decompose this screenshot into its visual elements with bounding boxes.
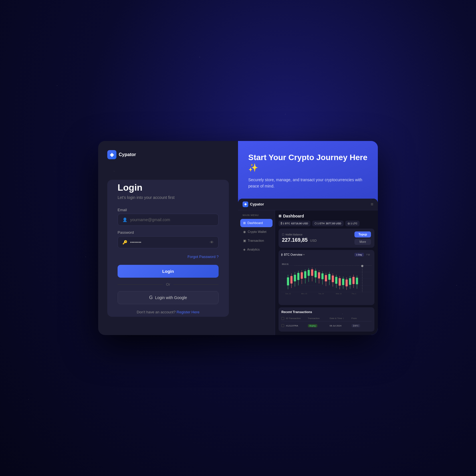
btc-price: 63719,90 USD xyxy=(291,222,308,225)
sidebar-item-dashboard[interactable]: ⊞ Dashboard xyxy=(240,219,273,227)
table-row: #12123TRA Buying 08 Jul 2024 ₿ BTC xyxy=(281,322,372,329)
dashboard-title: Dashboard xyxy=(283,214,304,218)
login-form: Login Let's login into your account firs… xyxy=(107,180,229,317)
brand-logo: ◈ Cypator xyxy=(107,150,229,159)
btc-chart-icon: ₿ xyxy=(281,253,283,256)
wallet-left: ☐ Wallet Balance 227.169,85 USD xyxy=(282,233,317,243)
sidebar-transaction-label: Transaction xyxy=(248,239,264,242)
svg-rect-10 xyxy=(291,276,293,283)
svg-rect-20 xyxy=(308,270,310,276)
wallet-amount: 227.169,85 xyxy=(282,237,308,243)
more-button[interactable]: More xyxy=(354,239,371,245)
svg-rect-30 xyxy=(325,275,327,281)
transaction-id: #12123TRA xyxy=(286,324,306,327)
svg-rect-12 xyxy=(294,275,296,281)
eth-label: ⬡ 1 ETH xyxy=(314,222,325,225)
chart-1day-btn[interactable]: 1 Day xyxy=(354,253,364,257)
google-button-label: Login with Google xyxy=(155,295,187,300)
buying-badge: Buying xyxy=(308,324,317,327)
chart-period-buttons: 1 Day 7 D xyxy=(354,253,372,257)
svg-rect-24 xyxy=(314,271,316,277)
svg-rect-48 xyxy=(356,277,358,284)
table-header: ID Transaction Transaction Date & Time ↕… xyxy=(281,316,372,321)
ticker-row: ₿ 1 BTC 63719,90 USD ⬡ 1 ETH 3077,93 USD… xyxy=(279,221,374,226)
brand-name: Cypator xyxy=(119,152,136,157)
transactions-title: Recent Transactions xyxy=(281,310,372,314)
login-button[interactable]: Login xyxy=(118,265,219,278)
th-from: From xyxy=(352,317,372,320)
svg-rect-26 xyxy=(318,272,320,278)
svg-text:6612.31: 6612.31 xyxy=(282,263,289,265)
hamburger-icon[interactable]: ≡ xyxy=(371,202,373,207)
google-icon: G xyxy=(149,295,153,300)
topup-button[interactable]: Topup xyxy=(354,231,371,237)
transaction-from: ₿ BTC xyxy=(352,324,372,327)
main-container: ◈ Cypator Login Let's login into your ac… xyxy=(98,141,378,335)
sidebar-item-analytics[interactable]: ◈ Analytics xyxy=(240,245,273,254)
select-all-checkbox[interactable] xyxy=(281,317,284,320)
hero-section: Start Your Crypto Journey Here ✨ Securel… xyxy=(238,141,378,199)
sidebar-item-crypto-wallet[interactable]: ◉ Crypto Wallet xyxy=(240,228,273,236)
sidebar-item-transaction[interactable]: ▣ Transaction xyxy=(240,237,273,245)
wallet-currency: USD xyxy=(310,239,317,242)
ltc-ticker: ◎ 1 LTC xyxy=(345,221,360,226)
svg-text:Tue, 14: Tue, 14 xyxy=(318,293,324,294)
divider-left xyxy=(118,284,163,285)
transaction-date: 08 Jul 2024 xyxy=(330,324,350,327)
coin-badge: ₿ BTC xyxy=(352,324,360,327)
svg-text:Sun, 12: Sun, 12 xyxy=(285,293,291,294)
mockup-main-content: ⊞ Dashboard ₿ 1 BTC 63719,90 USD ⬡ 1 ETH… xyxy=(275,210,378,335)
dashboard-panel: Start Your Crypto Journey Here ✨ Securel… xyxy=(238,141,378,335)
chart-header: ₿ BTC Overview ▾ 1 Day 7 D xyxy=(281,253,372,257)
register-text: Don't have an account? Register Here xyxy=(118,310,219,314)
register-link[interactable]: Register Here xyxy=(177,310,199,314)
login-title: Login xyxy=(118,182,219,193)
sidebar-dashboard-label: Dashboard xyxy=(247,221,263,225)
divider-right xyxy=(174,284,219,285)
mockup-body: MAIN MENU ⊞ Dashboard ◉ Crypto Wallet ▣ … xyxy=(238,210,378,335)
svg-text:Wed, 15: Wed, 15 xyxy=(336,293,342,294)
password-group: Password 🔑 👁 xyxy=(118,230,219,248)
wallet-amount-row: 227.169,85 USD xyxy=(282,237,317,243)
login-subtitle: Let's login into your account first xyxy=(118,195,219,200)
th-date: Date & Time ↕ xyxy=(330,317,350,320)
google-login-button[interactable]: G Login with Google xyxy=(118,291,219,304)
row-checkbox[interactable] xyxy=(281,324,284,327)
svg-rect-22 xyxy=(311,269,313,276)
transaction-type: Buying xyxy=(308,324,328,327)
eth-price: 3077,93 USD xyxy=(326,222,341,225)
hero-title: Start Your Crypto Journey Here ✨ xyxy=(248,152,368,173)
no-account-text: Don't have an account? xyxy=(137,310,177,314)
btc-chart: 6612.31 xyxy=(281,259,372,296)
wallet-right: Topup More xyxy=(354,231,371,245)
eye-icon[interactable]: 👁 xyxy=(210,240,214,245)
transactions-section: Recent Transactions ID Transaction Trans… xyxy=(279,307,374,332)
svg-rect-8 xyxy=(287,277,289,285)
svg-text:Thu, 1: Thu, 1 xyxy=(352,293,356,294)
hero-subtitle: Securely store, manage, and transact you… xyxy=(248,177,368,189)
sidebar-wallet-label: Crypto Wallet xyxy=(248,230,267,233)
forgot-password-link[interactable]: Forgot Password ? xyxy=(187,255,219,259)
email-input-wrap: 👤 xyxy=(118,214,219,226)
sidebar-analytics-label: Analytics xyxy=(247,248,260,251)
brand-icon: ◈ xyxy=(107,150,116,159)
btc-ticker: ₿ 1 BTC 63719,90 USD xyxy=(279,221,310,226)
password-input[interactable] xyxy=(130,240,210,245)
wallet-label: ☐ Wallet Balance xyxy=(282,233,317,236)
chart-7d-btn[interactable]: 7 D xyxy=(365,253,372,257)
mockup-header: ◈ Cypator ≡ xyxy=(238,199,378,210)
dashboard-icon: ⊞ xyxy=(243,221,246,225)
wallet-icon: ◉ xyxy=(243,230,246,234)
divider: Or xyxy=(118,282,219,287)
wallet-balance-section: ☐ Wallet Balance 227.169,85 USD Topup Mo… xyxy=(279,229,374,248)
email-label: Email xyxy=(118,208,219,212)
svg-rect-42 xyxy=(346,279,348,286)
password-label: Password xyxy=(118,230,219,235)
mockup-brand-name: Cypator xyxy=(250,202,264,206)
mockup-sidebar: MAIN MENU ⊞ Dashboard ◉ Crypto Wallet ▣ … xyxy=(238,210,275,335)
user-icon: 👤 xyxy=(122,217,127,222)
email-input[interactable] xyxy=(130,217,214,222)
svg-rect-44 xyxy=(349,278,351,285)
main-content-title: ⊞ Dashboard xyxy=(279,214,374,218)
password-input-wrap: 🔑 👁 xyxy=(118,236,219,248)
